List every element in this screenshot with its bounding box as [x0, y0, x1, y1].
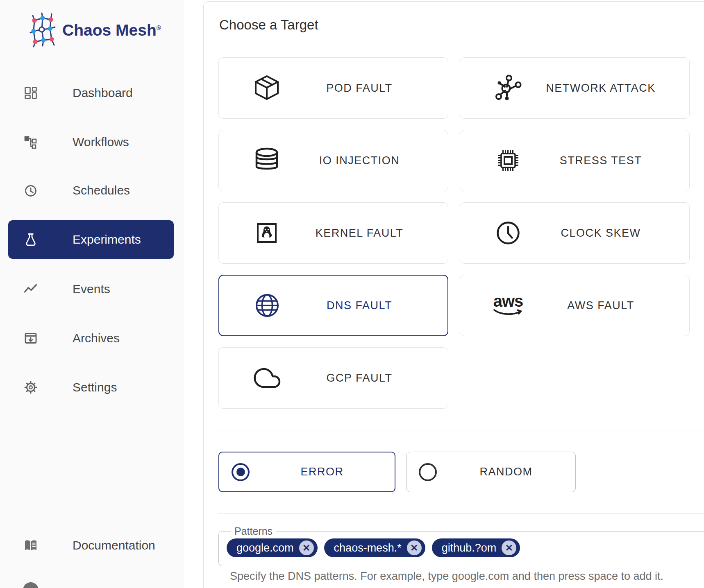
sidebar-item-label: Experiments	[73, 233, 141, 247]
target-card-label: AWS FAULT	[523, 299, 689, 312]
cloud-icon	[252, 363, 282, 393]
gear-icon	[23, 380, 38, 395]
page-title: Choose a Target	[219, 17, 318, 33]
sidebar-item-label: Documentation	[73, 538, 155, 552]
aws-icon: aws	[493, 291, 523, 320]
sidebar-item-label: Archives	[73, 331, 120, 345]
mode-option-error[interactable]: ERROR	[218, 452, 395, 492]
target-card-stress-test[interactable]: STRESS TEST	[460, 130, 690, 191]
chip-delete-icon[interactable]: ✕	[299, 541, 314, 555]
sidebar: Chaos Mesh® Dashboard Workflows	[0, 0, 184, 588]
registered-mark: ®	[157, 24, 161, 31]
mode-label: ERROR	[250, 466, 395, 478]
database-icon	[252, 146, 282, 175]
patterns-chip-row: google.com ✕ chaos-mesh.* ✕ github.?om ✕	[227, 538, 704, 557]
sidebar-item-schedules[interactable]: Schedules	[8, 171, 174, 210]
pattern-chip-text: google.com	[236, 542, 294, 554]
pattern-chip-text: chaos-mesh.*	[334, 542, 402, 554]
patterns-label: Patterns	[231, 525, 276, 537]
github-icon[interactable]	[23, 582, 39, 588]
radio-unchecked-icon[interactable]	[419, 463, 437, 481]
target-card-io-injection[interactable]: IO INJECTION	[218, 130, 448, 191]
flask-icon	[23, 232, 38, 247]
brand-name: Chaos Mesh®	[62, 21, 161, 39]
brand-logo: Chaos Mesh®	[30, 11, 161, 48]
sidebar-item-label: Settings	[73, 380, 117, 394]
pattern-chip-text: github.?om	[442, 542, 497, 554]
target-card-clock-skew[interactable]: CLOCK SKEW	[460, 202, 690, 264]
sidebar-item-experiments[interactable]: Experiments	[8, 220, 174, 259]
target-card-label: POD FAULT	[282, 82, 448, 95]
workflows-icon	[23, 135, 38, 149]
sidebar-item-workflows[interactable]: Workflows	[8, 123, 174, 161]
divider	[218, 430, 704, 430]
sidebar-item-archives[interactable]: Archives	[8, 319, 174, 357]
sidebar-item-events[interactable]: Events	[8, 270, 174, 308]
mode-label: RANDOM	[437, 466, 575, 478]
clock-icon	[23, 183, 38, 198]
target-card-label: CLOCK SKEW	[523, 227, 689, 240]
chip-delete-icon[interactable]: ✕	[407, 541, 422, 555]
penguin-icon	[252, 218, 282, 248]
patterns-helper-text: Specify the DNS patterns. For example, t…	[230, 570, 663, 583]
target-card-label: STRESS TEST	[523, 154, 689, 167]
chaos-mesh-logo-icon	[30, 11, 56, 48]
pattern-chip[interactable]: chaos-mesh.* ✕	[324, 538, 425, 557]
pattern-chip[interactable]: github.?om ✕	[432, 538, 520, 557]
chip-delete-icon[interactable]: ✕	[502, 541, 516, 555]
radio-checked-icon[interactable]	[232, 463, 250, 481]
target-card-label: GCP FAULT	[282, 372, 448, 384]
target-card-label: NETWORK ATTACK	[523, 82, 689, 95]
target-card-pod-fault[interactable]: POD FAULT	[218, 57, 448, 119]
network-icon	[493, 73, 523, 103]
sidebar-item-documentation[interactable]: Documentation	[8, 526, 174, 565]
sidebar-item-label: Schedules	[73, 183, 130, 197]
timeline-icon	[23, 282, 38, 296]
target-card-gcp-fault[interactable]: GCP FAULT	[218, 347, 448, 409]
globe-icon	[252, 291, 282, 320]
target-card-dns-fault[interactable]: DNS FAULT	[218, 275, 448, 336]
target-card-network-attack[interactable]: NETWORK ATTACK	[460, 57, 690, 119]
sidebar-item-label: Events	[73, 282, 110, 296]
clock-icon	[493, 218, 523, 248]
target-card-kernel-fault[interactable]: KERNEL FAULT	[218, 202, 448, 264]
target-card-label: KERNEL FAULT	[282, 227, 448, 240]
sidebar-item-settings[interactable]: Settings	[8, 368, 174, 407]
target-card-label: DNS FAULT	[282, 299, 447, 312]
divider	[218, 513, 704, 513]
patterns-input[interactable]: Patterns google.com ✕ chaos-mesh.* ✕ git…	[218, 525, 704, 566]
dashboard-icon	[23, 86, 38, 100]
pattern-chip[interactable]: google.com ✕	[227, 538, 318, 557]
sidebar-item-label: Workflows	[73, 135, 129, 149]
app-window: Chaos Mesh® Dashboard Workflows	[0, 0, 704, 588]
sidebar-item-label: Dashboard	[73, 86, 133, 100]
target-card-aws-fault[interactable]: aws AWS FAULT	[460, 275, 690, 336]
mode-option-random[interactable]: RANDOM	[406, 452, 576, 492]
chip-icon	[493, 146, 523, 175]
archive-icon	[23, 331, 38, 346]
target-card-label: IO INJECTION	[282, 154, 448, 167]
sidebar-item-dashboard[interactable]: Dashboard	[8, 74, 174, 112]
book-icon	[23, 538, 38, 553]
cube-icon	[252, 73, 282, 103]
